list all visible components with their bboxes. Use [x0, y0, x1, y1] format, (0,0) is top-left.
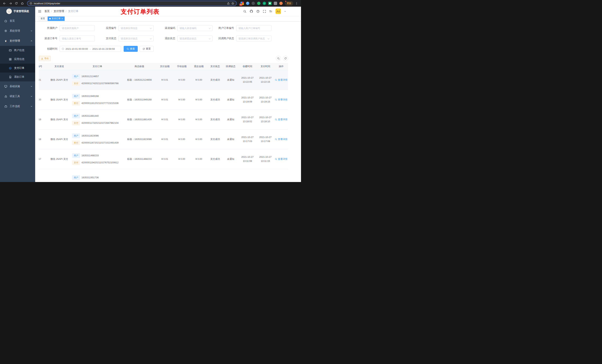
- forward-icon[interactable]: [8, 1, 13, 6]
- table-row[interactable]: 19 微信 JSAPI 支付 商户 1635311881440 支付: [39, 110, 288, 129]
- view-detail-link[interactable]: 查看详情: [275, 157, 288, 161]
- target-icon: [8, 67, 12, 70]
- refund-amount-cell: ¥ 0.00: [190, 90, 207, 110]
- hamburger-icon[interactable]: [38, 10, 42, 13]
- sidebar-item-pay-order[interactable]: 支付订单: [0, 64, 35, 73]
- toggle-search-icon[interactable]: [276, 56, 281, 61]
- yen-icon: [4, 40, 8, 42]
- pay-status-select[interactable]: [118, 35, 154, 42]
- extension-check-icon[interactable]: [263, 2, 266, 5]
- pay-tag: 支付: [72, 81, 80, 86]
- table-toolbar: 导出: [39, 56, 288, 61]
- merchant-order-no: 1635311823086: [81, 134, 99, 137]
- export-button-label: 导出: [44, 57, 49, 60]
- reload-icon[interactable]: [14, 1, 19, 6]
- table-row[interactable]: 18 微信 JSAPI 支付 商户 1635311823086 支付: [39, 129, 288, 149]
- tab-pay-order[interactable]: 支付订单: [48, 16, 64, 21]
- merchant-order-no: 1635312124657: [81, 75, 99, 78]
- merchant-order-no: 1635311949168: [81, 95, 99, 97]
- sidebar-item-devtools[interactable]: 研发工具: [0, 91, 35, 101]
- extension-green-icon[interactable]: [257, 2, 260, 5]
- app-no-select[interactable]: [118, 25, 154, 31]
- refresh-icon[interactable]: [283, 56, 288, 61]
- sidebar-item-infra[interactable]: 基础设施: [0, 81, 35, 91]
- view-detail-link[interactable]: 查看详情: [275, 98, 288, 101]
- merchant-order-no-field[interactable]: [236, 25, 271, 31]
- fee-amount-cell: ¥ 0.00: [173, 70, 190, 90]
- sidebar-item-workflow[interactable]: 工作流程: [0, 101, 35, 111]
- browser-profile-avatar[interactable]: [279, 2, 283, 5]
- extension-chat-icon[interactable]: [268, 2, 272, 5]
- bookmark-star-icon[interactable]: [231, 2, 234, 5]
- search-button[interactable]: 搜索: [124, 46, 138, 52]
- search-icon[interactable]: [243, 10, 246, 13]
- action-cell: 查看详情: [274, 90, 288, 110]
- filter-merchant: 所属商户: [39, 25, 98, 31]
- site-info-icon[interactable]: [30, 2, 32, 5]
- sidebar-item-merchant-info[interactable]: 商户信息: [0, 46, 35, 55]
- pay-channel-cell: [46, 169, 72, 182]
- column-header-created: 创建时间: [238, 63, 256, 70]
- extensions-puzzle-icon[interactable]: [274, 2, 277, 5]
- tab-close-icon[interactable]: [62, 17, 63, 20]
- breadcrumb-pay-management[interactable]: 支付管理: [54, 10, 64, 13]
- update-button[interactable]: 更新: [285, 1, 293, 6]
- chevron-down-icon: [30, 95, 32, 97]
- tab-home[interactable]: 首页: [39, 16, 47, 21]
- table-row[interactable]: 17 微信 JSAPI 支付 商户 1635311468233 支付: [39, 149, 288, 169]
- pay-amount-cell: ¥ 0.01: [156, 110, 173, 129]
- channel-code-input[interactable]: [178, 25, 212, 31]
- extension-drop-icon[interactable]: [246, 2, 249, 5]
- tab-label: 首页: [41, 17, 45, 20]
- column-header-order: 支付订单: [72, 63, 123, 70]
- github-icon[interactable]: [250, 10, 253, 13]
- date-range-picker[interactable]: 2021-10-01 00:00:00 - 2021-10-31 23:59:5…: [60, 46, 121, 52]
- merchant-input[interactable]: [60, 25, 95, 31]
- user-avatar[interactable]: [275, 9, 281, 14]
- share-icon[interactable]: [227, 2, 230, 5]
- refund-status-input[interactable]: [178, 36, 212, 41]
- refund-status-select[interactable]: [177, 35, 213, 42]
- view-detail-link[interactable]: 查看详情: [275, 78, 288, 82]
- table-row[interactable]: 商户 1635311951736: [39, 169, 288, 182]
- sidebar-item-app-info[interactable]: 应用信息: [0, 55, 35, 64]
- export-button[interactable]: 导出: [39, 56, 51, 61]
- view-detail-link[interactable]: 查看详情: [275, 138, 288, 141]
- table-row[interactable]: 21 微信 JSAPI 支付 商户 1635312124657 支付: [39, 70, 288, 90]
- channel-order-no-input[interactable]: [60, 36, 95, 41]
- merchant-order-no-input[interactable]: [236, 25, 271, 31]
- fee-amount-cell: ¥ 0.00: [173, 129, 190, 149]
- help-icon[interactable]: [256, 10, 259, 13]
- reset-button[interactable]: 重置: [140, 46, 154, 52]
- sidebar-item-pay[interactable]: 支付管理: [0, 36, 35, 46]
- browser-home-icon[interactable]: [20, 1, 25, 6]
- filter-notify-status: 回调商户状态: [215, 35, 274, 42]
- extension-grid-icon[interactable]: 10: [240, 2, 244, 5]
- sidebar-item-system[interactable]: 系统管理: [0, 26, 35, 36]
- font-size-icon[interactable]: [269, 10, 272, 13]
- merchant-order-no: 1635311951736: [81, 176, 99, 179]
- caret-down-icon[interactable]: [284, 11, 286, 13]
- app-no-input[interactable]: [119, 25, 153, 31]
- pay-status-input[interactable]: [119, 36, 153, 41]
- channel-code-select[interactable]: [177, 25, 213, 31]
- notify-status-input[interactable]: [236, 36, 271, 41]
- sidebar-item-refund-order[interactable]: 退款订单: [0, 73, 35, 81]
- breadcrumb-home[interactable]: 首页: [44, 10, 50, 13]
- sidebar-item-home[interactable]: 首页: [0, 16, 35, 26]
- menu-kebab-icon[interactable]: [294, 1, 299, 6]
- url-bar[interactable]: localhost:1024/pay/order: [27, 1, 237, 6]
- logo-image: [6, 9, 12, 14]
- app-logo[interactable]: 芋道管理系统: [0, 7, 35, 16]
- channel-order-no-field[interactable]: [60, 35, 95, 42]
- url-text[interactable]: localhost:1024/pay/order: [34, 2, 225, 5]
- extension-dark-icon[interactable]: [252, 2, 255, 5]
- back-icon[interactable]: [2, 1, 7, 6]
- notify-status-select[interactable]: [236, 35, 271, 42]
- view-detail-link[interactable]: 查看详情: [275, 118, 288, 121]
- pay-tag: 支付: [72, 160, 80, 165]
- merchant-select[interactable]: [60, 25, 95, 31]
- notify-status-cell: 未通知: [223, 90, 238, 110]
- table-row[interactable]: 20 微信 JSAPI 支付 商户 1635311949168 支付: [39, 90, 288, 110]
- fullscreen-icon[interactable]: [263, 10, 266, 13]
